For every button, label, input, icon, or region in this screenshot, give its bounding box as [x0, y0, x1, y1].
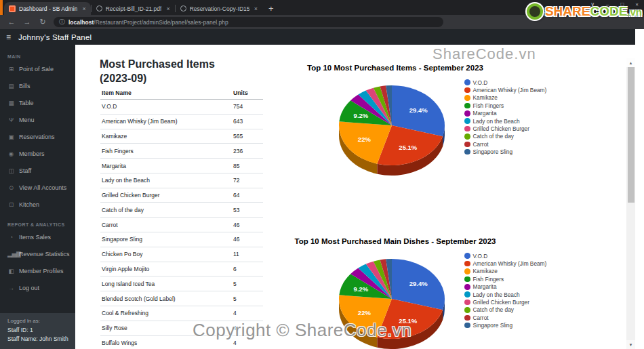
- legend-item-singapore-sling: Singapore Sling: [464, 148, 546, 156]
- sidebar-item-log-out[interactable]: →Log out: [0, 279, 75, 296]
- legend-item-catch-of-the-day: Catch of the day: [464, 133, 546, 140]
- legend-label: Lady on the Beach: [473, 291, 520, 298]
- menu-toggle-icon[interactable]: ≡: [6, 33, 11, 42]
- table-row: Chicken Po Boy11: [100, 247, 263, 262]
- sidebar-item-label: Point of Sale: [19, 66, 54, 73]
- tab-title: Receipt-Bill_ID-21.pdf: [106, 5, 162, 12]
- legend-color-dot: [464, 79, 470, 85]
- legend-item-grilled-chicken-burger: Grilled Chicken Burger: [464, 125, 546, 132]
- item-name-cell: Kamikaze: [100, 129, 232, 144]
- sidebar: MAIN⊞Point of Sale▤Bills▦TableΨMenu▣Rese…: [0, 45, 75, 349]
- staff-icon: ◫: [7, 167, 15, 174]
- sidebar-item-menu[interactable]: ΨMenu: [0, 111, 75, 128]
- sidebar-item-label: Staff: [19, 167, 31, 174]
- sidebar-item-table[interactable]: ▦Table: [0, 94, 75, 111]
- toolbar-nav-icons: ←→↻: [0, 18, 47, 26]
- browser-tab-receipt-bill-id-21-p[interactable]: Receipt-Bill_ID-21.pdf×: [92, 2, 175, 15]
- new-tab-button[interactable]: +: [262, 2, 280, 15]
- legend-label: American Whisky (Jim Beam): [473, 260, 547, 267]
- item-name-cell: Singapore Sling: [100, 232, 232, 247]
- legend-color-dot: [464, 315, 470, 321]
- item-name-cell: Fish Fingers: [100, 144, 232, 159]
- page-scrollbar[interactable]: ▲ ▼: [626, 58, 635, 349]
- table-header-row: Item NameUnits: [100, 87, 263, 100]
- scroll-down-icon[interactable]: ▼: [626, 340, 635, 349]
- legend-label: Carrot: [473, 141, 489, 148]
- sidebar-item-member-profiles[interactable]: ◧Member Profiles: [0, 262, 75, 279]
- legend-item-carrot: Carrot: [464, 140, 546, 148]
- watermark-copyright: Copyright © ShareCode.vn: [193, 320, 411, 341]
- site-info-icon[interactable]: ⓘ: [59, 18, 65, 26]
- sidebar-item-label: Member Profiles: [19, 268, 64, 274]
- legend-label: Fish Fingers: [473, 102, 504, 109]
- browser-window: Dashboard - SB Admin×Receipt-Bill_ID-21.…: [0, 0, 644, 349]
- chart-title: Top 10 Most Purchased Main Dishes - Sept…: [253, 237, 538, 245]
- chart-legend: V.O.DAmerican Whisky (Jim Beam)KamikazeF…: [464, 79, 546, 156]
- units-cell: 11: [232, 247, 263, 262]
- table-row: Grilled Chicken Burger64: [100, 188, 263, 203]
- tab-close-icon[interactable]: ×: [82, 5, 85, 12]
- sidebar-item-members[interactable]: ◉Members: [0, 145, 75, 162]
- legend-item-grilled-chicken-burger: Grilled Chicken Burger: [464, 298, 546, 306]
- browser-tab-reservation-copy-id1[interactable]: Reservation-Copy-ID1520232.pd×: [176, 2, 262, 15]
- refresh-icon[interactable]: ↻: [39, 18, 47, 26]
- legend-item-fish-fingers: Fish Fingers: [464, 102, 546, 109]
- pie-percent-label: 29.4%: [409, 280, 428, 287]
- url-bar[interactable]: ⓘ localhost/RestaurantProject/adminSide/…: [54, 17, 443, 27]
- legend-color-dot: [464, 118, 470, 124]
- forward-icon[interactable]: →: [23, 18, 31, 26]
- column-header: Units: [232, 87, 263, 100]
- table-row: Blended Scotch (Gold Label)5: [100, 291, 263, 306]
- sidebar-item-point-of-sale[interactable]: ⊞Point of Sale: [0, 60, 75, 77]
- sidebar-item-items-sales[interactable]: ◔Items Sales: [0, 228, 75, 245]
- browser-tab-dashboard-sb-admin[interactable]: Dashboard - SB Admin×: [4, 2, 91, 15]
- sidebar-item-kitchen[interactable]: ⊡Kitchen: [0, 196, 75, 213]
- sidebar-item-bills[interactable]: ▤Bills: [0, 77, 75, 94]
- items-sales-icon: ◔: [7, 234, 15, 241]
- legend-label: Kamikaze: [473, 268, 498, 274]
- log-out-icon: →: [7, 285, 15, 291]
- legend-color-dot: [464, 110, 470, 117]
- table-row: Lady on the Beach72: [100, 173, 263, 188]
- legend-color-dot: [464, 253, 470, 259]
- legend-label: Singapore Sling: [473, 322, 513, 329]
- item-name-cell: Lady on the Beach: [100, 173, 232, 188]
- sidebar-item-revenue-statistics[interactable]: ▂▅▇Revenue Statistics: [0, 245, 75, 262]
- item-name-cell: Grilled Chicken Burger: [100, 188, 232, 203]
- legend-color-dot: [464, 284, 470, 290]
- legend-label: Margarita: [473, 283, 497, 290]
- sidebar-item-label: Kitchen: [19, 201, 39, 208]
- legend-color-dot: [464, 95, 470, 101]
- sidebar-item-staff[interactable]: ◫Staff: [0, 162, 75, 179]
- sidebar-item-label: View All Accounts: [19, 184, 66, 191]
- table-row: American Whisky (Jim Beam)643: [100, 114, 263, 129]
- watermark-text: ShareCode.vn: [432, 45, 536, 63]
- legend-label: American Whisky (Jim Beam): [473, 87, 547, 94]
- sharecode-ring-icon: [527, 3, 543, 20]
- tab-close-icon[interactable]: ×: [254, 5, 258, 12]
- table-row: Singapore Sling46: [100, 232, 263, 247]
- member-profiles-icon: ◧: [7, 268, 15, 274]
- item-name-cell: Virgin Apple Mojito: [100, 262, 232, 276]
- legend-label: Catch of the day: [473, 133, 514, 140]
- legend-item-margarita: Margarita: [464, 283, 546, 291]
- table-row: Virgin Apple Mojito6: [100, 262, 263, 276]
- sidebar-item-view-all-accounts[interactable]: ⊙View All Accounts: [0, 179, 75, 196]
- item-name-cell: Blended Scotch (Gold Label): [100, 291, 232, 306]
- legend-item-kamikaze: Kamikaze: [464, 268, 546, 275]
- sidebar-item-reservations[interactable]: ▣Reservations: [0, 128, 75, 145]
- tab-list: Dashboard - SB Admin×Receipt-Bill_ID-21.…: [4, 2, 262, 15]
- app-brand[interactable]: Johnny's Staff Panel: [18, 33, 92, 41]
- units-cell: 64: [232, 188, 263, 203]
- tab-close-icon[interactable]: ×: [166, 5, 169, 12]
- sidebar-item-label: Menu: [19, 117, 35, 123]
- scroll-up-icon[interactable]: ▲: [626, 58, 635, 67]
- back-icon[interactable]: ←: [7, 18, 16, 26]
- view-all-accounts-icon: ⊙: [7, 184, 15, 191]
- table-row: Kamikaze565: [100, 129, 263, 144]
- scrollbar-thumb[interactable]: [628, 67, 635, 203]
- bills-icon: ▤: [7, 83, 15, 89]
- sharecode-logo-text: SHARECODE.vn: [545, 4, 642, 19]
- table-row: Catch of the day53: [100, 203, 263, 218]
- item-name-cell: V.O.D: [100, 100, 232, 115]
